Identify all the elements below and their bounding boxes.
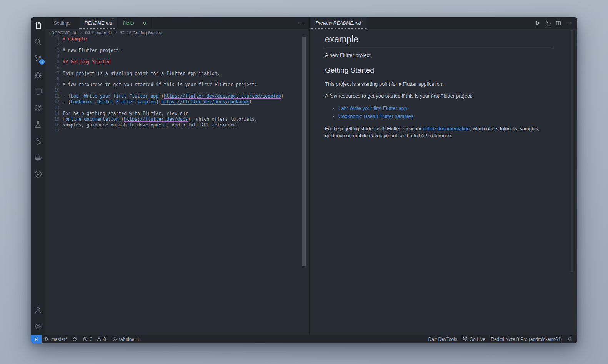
status-bar-left: master* 0 0 tabnine ☝ [31,335,142,343]
preview-link[interactable]: Cookbook: Useful Flutter samples [338,113,413,119]
open-preview-icon[interactable] [545,20,551,26]
line-content [60,128,63,134]
activity-badge: 1 [39,59,45,65]
tab-label: README.md [85,20,112,26]
device-label: Redmi Note 8 Pro (android-arm64) [491,337,562,342]
flask-icon [33,120,43,129]
go-live-status[interactable]: Go Live [460,335,488,343]
breadcrumb-item[interactable]: # example [92,30,112,35]
line-content: For help getting started with Flutter, v… [60,111,188,116]
code-line[interactable]: 2 [45,42,302,48]
preview-paragraph-2: A few resources to get you started if th… [325,93,552,100]
tabnine-label: tabnine [119,337,134,342]
preview-tabbar: Preview README.md [310,17,577,29]
more-actions-icon[interactable] [298,20,304,26]
more-actions-icon[interactable] [566,20,572,26]
tabnine-status[interactable]: tabnine ☝ [110,335,142,343]
activity-remote-explorer[interactable] [33,87,43,96]
preview-paragraph-1: This project is a starting point for a F… [325,81,552,88]
code-line[interactable]: 13 [45,105,302,111]
error-count: 0 [90,337,92,342]
activity-docker[interactable] [33,153,43,162]
preview-link[interactable]: online documentation [423,126,470,131]
error-icon [83,337,88,342]
activity-explorer[interactable] [33,21,43,30]
sync-status[interactable] [70,335,80,343]
preview-paragraph-3: For help getting started with Flutter, v… [325,125,552,140]
preview-list-item: Cookbook: Useful Flutter samples [338,113,552,120]
code-line[interactable]: 6 [45,65,302,71]
line-content [60,65,63,71]
activity-source-control[interactable]: 1 [33,54,43,63]
line-number: 7 [45,71,60,76]
git-status-badge: U [143,21,146,25]
status-bar-right: Dart DevTools Go Live Redmi Note 8 Pro (… [426,335,577,343]
activity-test-lab[interactable] [33,136,43,146]
git-branch-label: master* [51,337,67,342]
code-line[interactable]: 5## Getting Started [45,59,302,65]
code-line[interactable]: 12- [Cookbook: Useful Flutter samples](h… [45,99,302,105]
preview-actions [535,17,577,29]
code-line[interactable]: 7This project is a starting point for a … [45,71,302,76]
activity-accounts[interactable] [33,305,43,314]
preview-text: For help getting started with Flutter, v… [325,126,423,131]
code-line[interactable]: 17 [45,128,302,134]
split-editor-icon[interactable] [555,20,561,26]
code-line[interactable]: 1# example [45,36,302,42]
editor-scrollbar[interactable] [302,37,306,266]
tab-file-ts[interactable]: file.tsU [118,17,152,29]
remote-icon [33,337,39,342]
editor-tabs: SettingsREADME.mdfile.tsU [45,17,152,29]
desktop-background: 1 SettingsREADME.mdfile.tsU README.md# e… [0,0,608,364]
dart-devtools-status[interactable]: Dart DevTools [426,335,460,343]
preview-link[interactable]: Lab: Write your first Flutter app [338,105,407,111]
activity-bar: 1 [31,17,45,335]
activity-run-debug[interactable] [33,70,43,80]
markdown-symbol-icon [120,30,125,35]
code-line[interactable]: 11- [Lab: Write your first Flutter app](… [45,93,302,99]
preview-group: Preview README.md example A new Flutter … [310,17,577,335]
tab-readme-md[interactable]: README.md [79,17,118,29]
code-line[interactable]: 15[online documentation](https://flutter… [45,116,302,122]
run-icon[interactable] [535,20,541,26]
breadcrumb-item[interactable]: ## Getting Started [126,30,162,35]
line-content: # example [60,36,87,42]
remote-indicator[interactable] [31,335,42,343]
activity-search[interactable] [33,37,43,47]
activity-settings[interactable] [33,322,43,331]
code-line[interactable]: 8 [45,76,302,82]
activity-bar-bottom [33,305,43,331]
code-line[interactable]: 14For help getting started with Flutter,… [45,111,302,116]
line-content: samples, guidance on mobile development,… [60,122,238,128]
activity-extensions[interactable] [33,103,43,113]
code-line[interactable]: 16samples, guidance on mobile developmen… [45,122,302,128]
line-content [60,88,63,93]
device-status[interactable]: Redmi Note 8 Pro (android-arm64) [488,335,565,343]
preview-scrollbar[interactable] [571,30,573,272]
breadcrumb-item[interactable]: README.md [51,30,77,35]
code-line[interactable]: 4 [45,53,302,59]
preview-tab[interactable]: Preview README.md [310,17,367,29]
tab-settings[interactable]: Settings [45,17,79,29]
code-line[interactable]: 9A few resources to get you started if t… [45,82,302,88]
code-line[interactable]: 10 [45,88,302,93]
chevron-right-icon [79,30,83,35]
markdown-preview: example A new Flutter project. Getting S… [310,29,577,140]
code-editor[interactable]: 1# example23A new Flutter project.45## G… [45,36,302,134]
problems-status[interactable]: 0 0 [80,335,109,343]
notifications-bell[interactable] [565,335,575,343]
broadcast-icon [463,337,468,342]
tab-label: file.ts [123,20,134,26]
breadcrumb: README.md# example## Getting Started [45,29,309,36]
editor-tabbar: SettingsREADME.mdfile.tsU [45,17,309,29]
editor-tabbar-actions [298,17,309,29]
debug-icon [33,70,43,80]
activity-thunder-client[interactable] [33,170,43,179]
line-content: - [Lab: Write your first Flutter app](ht… [60,93,284,99]
line-number: 17 [45,128,60,134]
account-icon [33,305,43,314]
activity-testing[interactable] [33,120,43,129]
code-line[interactable]: 3A new Flutter project. [45,48,302,53]
git-branch-status[interactable]: master* [42,335,70,343]
line-content: [online documentation](https://flutter.d… [60,116,257,122]
